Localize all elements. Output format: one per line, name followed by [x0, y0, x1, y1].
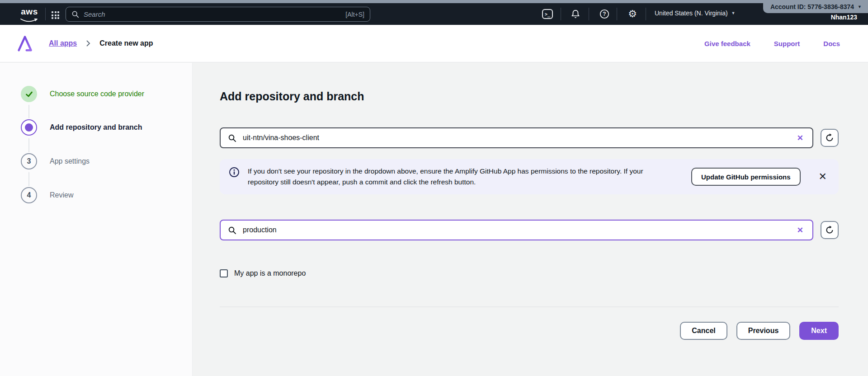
close-alert-icon[interactable]: ✕	[819, 172, 827, 182]
account-id-tooltip[interactable]: Account ID: 5776-3836-8374 ▼	[763, 0, 868, 13]
step-label: Add repository and branch	[50, 123, 142, 132]
header-links: Give feedback Support Docs	[704, 40, 840, 47]
wizard-step-3[interactable]: 3 App settings	[21, 153, 90, 169]
refresh-icon	[825, 226, 834, 235]
breadcrumb-all-apps-link[interactable]: All apps	[49, 39, 77, 47]
monorepo-row: My app is a monorepo	[220, 269, 839, 277]
docs-link[interactable]: Docs	[823, 40, 840, 47]
nav-divider	[45, 8, 46, 20]
repository-row: ✕	[220, 127, 839, 148]
branch-row: ✕	[220, 220, 839, 240]
branch-input[interactable]	[243, 226, 789, 234]
nav-divider	[561, 8, 561, 20]
wizard-sidebar: Choose source code provider Add reposito…	[0, 63, 193, 376]
repository-input[interactable]	[243, 134, 789, 142]
svg-text:?: ?	[603, 11, 606, 17]
chevron-right-icon	[86, 40, 90, 47]
step-connector	[28, 105, 29, 118]
search-icon	[228, 226, 236, 235]
region-selector[interactable]: United States (N. Virginia) ▼	[655, 9, 736, 17]
monorepo-checkbox[interactable]	[220, 269, 228, 277]
amplify-logo	[17, 34, 33, 53]
breadcrumb: All apps Create new app	[49, 39, 153, 47]
services-grid-icon[interactable]	[51, 10, 60, 20]
refresh-repositories-button[interactable]	[821, 129, 839, 147]
aws-logo[interactable]: aws	[17, 7, 42, 24]
top-strip	[0, 0, 868, 3]
help-icon: ?	[599, 9, 609, 19]
refresh-icon	[825, 133, 834, 142]
next-button[interactable]: Next	[799, 322, 839, 340]
chevron-down-icon: ▼	[731, 11, 736, 15]
main-panel: Add repository and branch ✕	[193, 63, 868, 376]
step-number-circle: 3	[21, 153, 37, 169]
account-id-label: Account ID: 5776-3836-8374	[770, 3, 854, 10]
github-permissions-alert: If you don't see your repository in the …	[220, 159, 839, 194]
cloudshell-button[interactable]: >_	[541, 7, 554, 21]
app-header: All apps Create new app Give feedback Su…	[0, 25, 868, 62]
search-input[interactable]	[84, 10, 341, 18]
clear-branch-icon[interactable]: ✕	[795, 226, 805, 235]
bell-icon	[571, 9, 580, 19]
monorepo-checkbox-label: My app is a monorepo	[234, 269, 306, 277]
username-menu[interactable]: Nhan123	[831, 14, 857, 21]
active-dot	[25, 123, 33, 132]
step-connector	[28, 138, 29, 152]
search-icon	[71, 10, 79, 18]
alert-message: If you don't see your repository in the …	[248, 166, 657, 188]
global-search-bar[interactable]: [Alt+S]	[66, 7, 370, 22]
nav-divider	[617, 8, 617, 20]
check-icon	[25, 90, 33, 99]
settings-button[interactable]: ⚙	[626, 7, 639, 21]
wizard-step-4[interactable]: 4 Review	[21, 187, 73, 203]
region-label: United States (N. Virginia)	[655, 9, 728, 17]
support-link[interactable]: Support	[774, 40, 800, 47]
step-label: Review	[50, 191, 73, 199]
wizard-step-2[interactable]: Add repository and branch	[21, 119, 142, 136]
wizard-actions: Cancel Previous Next	[220, 322, 839, 340]
update-github-permissions-button[interactable]: Update GitHub permissions	[691, 168, 801, 186]
cloudshell-icon: >_	[542, 9, 553, 19]
footer-divider	[220, 306, 839, 307]
step-label: Choose source code provider	[50, 90, 144, 98]
refresh-branches-button[interactable]	[821, 221, 839, 239]
step-connector	[28, 172, 29, 186]
clear-repository-icon[interactable]: ✕	[795, 133, 805, 143]
step-number-circle: 4	[21, 187, 37, 203]
nav-divider	[589, 8, 589, 20]
repository-select[interactable]: ✕	[220, 127, 813, 148]
help-button[interactable]: ?	[598, 7, 611, 21]
aws-logo-text: aws	[17, 7, 42, 16]
give-feedback-link[interactable]: Give feedback	[704, 40, 750, 47]
step-complete-circle	[21, 86, 37, 102]
cancel-button[interactable]: Cancel	[680, 322, 727, 340]
gear-icon: ⚙	[628, 9, 637, 19]
notifications-button[interactable]	[569, 7, 582, 21]
search-icon	[228, 134, 236, 142]
step-label: App settings	[50, 157, 90, 165]
content-area: Choose source code provider Add reposito…	[0, 63, 868, 376]
breadcrumb-current: Create new app	[99, 39, 153, 47]
search-shortcut-hint: [Alt+S]	[345, 11, 364, 18]
page-title: Add repository and branch	[220, 90, 839, 103]
wizard-step-1[interactable]: Choose source code provider	[21, 86, 144, 102]
branch-select[interactable]: ✕	[220, 220, 813, 240]
chevron-down-icon: ▼	[858, 5, 862, 9]
info-icon	[229, 167, 240, 178]
top-navigation-bar: aws [Alt+S] >_ ? ⚙ Uni	[0, 3, 868, 25]
aws-smile-icon	[19, 19, 39, 23]
nav-divider	[646, 8, 646, 20]
step-active-circle	[21, 119, 37, 136]
previous-button[interactable]: Previous	[736, 322, 791, 340]
